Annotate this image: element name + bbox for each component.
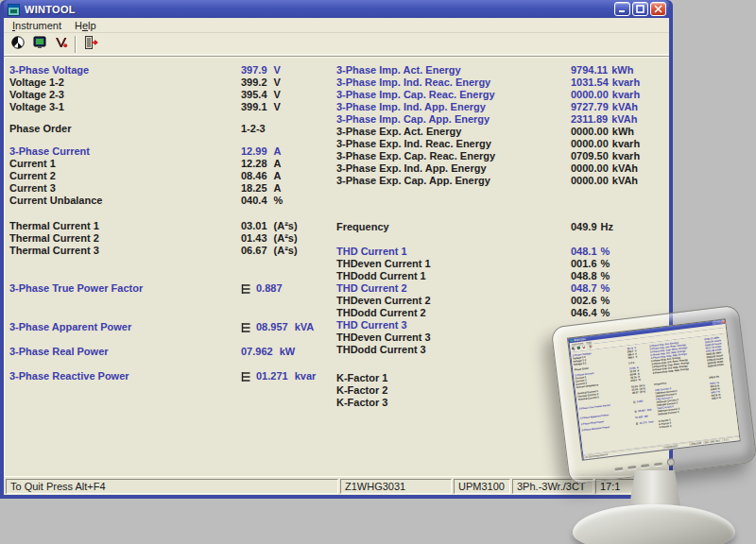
reading-unit: kWh xyxy=(611,64,633,76)
reading-row: 3-Phase Exp. Ind. App. Energy0000.00kVAh xyxy=(336,162,640,175)
reading-unit: A xyxy=(274,170,282,182)
status-panel: Z1WHG3031 xyxy=(340,479,452,494)
reading-label: Voltage 1-2 xyxy=(9,76,241,89)
left-column: 3-Phase Voltage397.9VVoltage 1-2399.2VVo… xyxy=(9,64,316,382)
close-button[interactable] xyxy=(650,2,666,16)
reading-label: 3-Phase True Power Factor xyxy=(9,282,241,295)
reading-value: 048.7% xyxy=(571,282,610,295)
reading-unit: (A²s) xyxy=(274,232,298,245)
reading-label: Phase Order xyxy=(9,123,241,135)
reading-label: Current 1 xyxy=(9,158,241,170)
inductive-load-icon xyxy=(241,322,251,333)
reading-value: 18.25A xyxy=(241,182,281,195)
reading-row: 3-Phase Exp. Cap. App. Energy0000.00kVAh xyxy=(336,175,640,187)
reading-value: 9727.79kVAh xyxy=(571,101,638,113)
menu-item-instrument[interactable]: Instrument xyxy=(6,19,68,32)
reading-unit: kW xyxy=(280,346,296,358)
toolbar-button-setup[interactable] xyxy=(50,34,72,55)
reading-value: 1-2-3 xyxy=(241,123,266,135)
reading-unit: % xyxy=(601,282,610,295)
reading-value: 0000.00kWh xyxy=(571,126,634,138)
reading-row: THD Current 2048.7% xyxy=(336,282,640,295)
status-panel: To Quit Press Alt+F4 xyxy=(6,479,338,494)
monitor-screen: WINTOOL InstrumentHelp 3-Phase Voltage39… xyxy=(567,318,741,461)
reading-label: THDeven Current 1 xyxy=(336,258,571,270)
reading-unit: kvar xyxy=(295,370,317,382)
reading-row: 3-Phase Imp. Act. Energy9794.11kWh xyxy=(336,64,640,76)
reading-value: 399.1V xyxy=(241,101,281,113)
reading-value: 048.8% xyxy=(571,270,610,282)
reading-value: 0000.00kvarh xyxy=(571,138,640,150)
reading-row: Thermal Current 103.01(A²s) xyxy=(9,220,316,232)
reading-value: 08.957kVA xyxy=(241,321,314,333)
reading-value: 2311.89kVAh xyxy=(571,113,637,126)
reading-value: 07.962kW xyxy=(241,346,295,358)
reading-label: 3-Phase Exp. Cap. Reac. Energy xyxy=(336,150,571,162)
reading-row: 3-Phase Real Power07.962kW xyxy=(9,346,316,358)
reading-unit: V xyxy=(274,89,281,101)
reading-value: 08.46A xyxy=(241,170,281,182)
menu-item-help[interactable]: Help xyxy=(68,19,103,32)
reading-label: THD Current 2 xyxy=(336,282,571,295)
reading-label: THD Current 3 xyxy=(336,319,571,332)
connect-icon xyxy=(10,35,26,54)
reading-label: 3-Phase Imp. Act. Energy xyxy=(336,64,571,76)
reading-unit: kvarh xyxy=(612,138,640,150)
reading-value: 399.2V xyxy=(241,76,281,89)
reading-unit: kVAh xyxy=(612,101,638,113)
reading-row: 3-Phase Exp. Ind. Reac. Energy0000.00kva… xyxy=(336,138,640,150)
reading-unit: % xyxy=(601,270,610,282)
reading-label: 3-Phase Exp. Cap. App. Energy xyxy=(336,175,571,187)
reading-value: 03.01(A²s) xyxy=(241,220,298,232)
reading-label: 3-Phase Imp. Ind. App. Energy xyxy=(336,101,571,113)
minimize-button[interactable] xyxy=(614,2,630,16)
reading-value: 048.1% xyxy=(571,246,610,258)
titlebar[interactable]: WINTOOL xyxy=(4,0,669,18)
reading-unit: kVAh xyxy=(612,175,638,187)
reading-unit: % xyxy=(601,246,610,258)
toolbar xyxy=(4,33,669,57)
reading-label: THDeven Current 2 xyxy=(336,295,571,307)
reading-label: 3-Phase Real Power xyxy=(9,346,241,358)
reading-value: 01.43(A²s) xyxy=(241,232,298,245)
reading-unit: % xyxy=(601,258,610,270)
reading-label: 3-Phase Imp. Ind. Reac. Energy xyxy=(336,76,571,89)
reading-unit: kVAh xyxy=(612,162,638,175)
reading-label: Thermal Current 2 xyxy=(9,232,241,245)
reading-label: 3-Phase Reactive Power xyxy=(9,370,241,382)
maximize-button[interactable] xyxy=(632,2,648,16)
toolbar-button-connect[interactable] xyxy=(7,34,28,55)
reading-row: Voltage 2-3395.4V xyxy=(9,89,316,101)
reading-unit: A xyxy=(274,145,282,158)
reading-unit: (A²s) xyxy=(274,245,298,257)
reading-label: Thermal Current 1 xyxy=(9,220,241,232)
reading-value: 9794.11kWh xyxy=(571,64,633,76)
reading-value: 040.4% xyxy=(241,195,283,207)
reading-label: THDodd Current 1 xyxy=(336,270,571,282)
reading-row: 3-Phase Imp. Ind. Reac. Energy1031.54kva… xyxy=(336,76,640,89)
reading-value: 12.28A xyxy=(241,158,281,170)
reading-row: 3-Phase Voltage397.9V xyxy=(9,64,316,76)
inductive-load-icon xyxy=(241,283,251,295)
reading-row: THDodd Current 1048.8% xyxy=(336,270,640,282)
reading-row: Current 318.25A xyxy=(9,182,316,195)
reading-row: Voltage 3-1399.1V xyxy=(9,101,316,113)
reading-unit: A xyxy=(274,182,282,195)
reading-value: 049.9Hz xyxy=(571,221,613,233)
exit-icon xyxy=(83,35,98,54)
reading-label: K-Factor 3 xyxy=(336,397,571,409)
reading-row: THDeven Current 1001.6% xyxy=(336,258,640,270)
monitor-bezel: WINTOOL InstrumentHelp 3-Phase Voltage39… xyxy=(551,304,756,484)
toolbar-button-display[interactable] xyxy=(28,34,50,55)
reading-value: 0.887 xyxy=(241,282,283,295)
toolbar-separator xyxy=(75,36,77,53)
reading-unit: A xyxy=(274,158,282,170)
status-panel: UPM3100 xyxy=(454,479,510,494)
reading-label: 3-Phase Voltage xyxy=(9,64,241,76)
reading-label: K-Factor 1 xyxy=(336,372,571,384)
reading-value: 0000.00kVAh xyxy=(571,175,638,187)
toolbar-button-exit[interactable] xyxy=(79,34,101,55)
reading-label: K-Factor 2 xyxy=(336,384,571,397)
reading-label: 3-Phase Imp. Cap. App. Energy xyxy=(336,113,571,126)
reading-row: Phase Order1-2-3 xyxy=(9,123,316,135)
